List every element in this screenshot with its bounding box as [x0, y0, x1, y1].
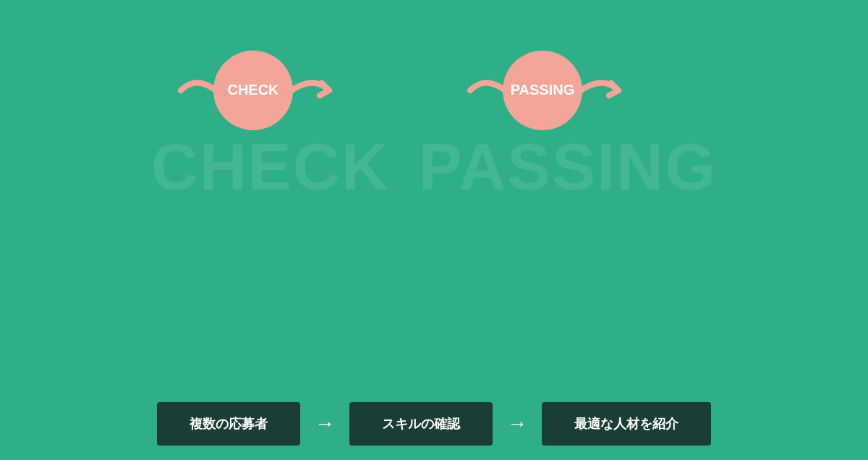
step2-box: スキルの確認: [349, 402, 493, 446]
step3-label: 最適な人材を紹介: [574, 417, 678, 431]
main-container: CHECK PASSING CHECK: [0, 0, 868, 460]
figure-passing: PASSING: [448, 29, 637, 176]
bottom-bar: 複数の応募者 → スキルの確認 → 最適な人材を紹介: [0, 388, 868, 460]
step2-label: スキルの確認: [382, 417, 460, 431]
step1-label: 複数の応募者: [190, 417, 268, 431]
passing-svg: PASSING: [448, 29, 637, 174]
circles-section: CHECK PASSING CHECK: [0, 0, 868, 311]
check-svg: CHECK: [159, 29, 347, 174]
step3-box: 最適な人材を紹介: [542, 402, 711, 446]
figure-check: CHECK: [159, 29, 347, 176]
step1-box: 複数の応募者: [157, 402, 300, 446]
svg-text:PASSING: PASSING: [511, 82, 575, 98]
arrow2: →: [507, 412, 527, 435]
arrow1: →: [315, 412, 335, 435]
svg-text:CHECK: CHECK: [227, 82, 279, 98]
